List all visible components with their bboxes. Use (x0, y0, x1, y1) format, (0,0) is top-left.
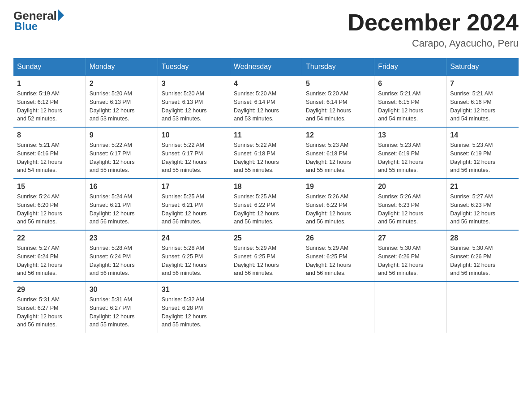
day-number: 26 (306, 234, 370, 242)
day-info: Sunrise: 5:22 AM Sunset: 6:17 PM Dayligh… (90, 141, 154, 175)
day-info: Sunrise: 5:27 AM Sunset: 6:24 PM Dayligh… (17, 244, 82, 278)
day-number: 1 (17, 80, 82, 88)
calendar-cell: 10 Sunrise: 5:22 AM Sunset: 6:17 PM Dayl… (158, 127, 230, 179)
calendar-cell: 27 Sunrise: 5:30 AM Sunset: 6:26 PM Dayl… (374, 230, 446, 282)
calendar-cell: 21 Sunrise: 5:27 AM Sunset: 6:23 PM Dayl… (446, 179, 519, 230)
calendar-cell (302, 282, 374, 333)
calendar-cell: 25 Sunrise: 5:29 AM Sunset: 6:25 PM Dayl… (230, 230, 302, 282)
day-info: Sunrise: 5:22 AM Sunset: 6:18 PM Dayligh… (234, 141, 298, 175)
calendar-cell: 26 Sunrise: 5:29 AM Sunset: 6:25 PM Dayl… (302, 230, 374, 282)
calendar-cell: 29 Sunrise: 5:31 AM Sunset: 6:27 PM Dayl… (13, 282, 86, 333)
day-number: 16 (90, 183, 154, 191)
day-number: 18 (234, 183, 298, 191)
calendar-cell: 18 Sunrise: 5:25 AM Sunset: 6:22 PM Dayl… (230, 179, 302, 230)
week-row-2: 8 Sunrise: 5:21 AM Sunset: 6:16 PM Dayli… (13, 127, 519, 179)
day-info: Sunrise: 5:30 AM Sunset: 6:26 PM Dayligh… (450, 244, 515, 278)
day-info: Sunrise: 5:27 AM Sunset: 6:23 PM Dayligh… (450, 193, 515, 226)
calendar-cell: 22 Sunrise: 5:27 AM Sunset: 6:24 PM Dayl… (13, 230, 86, 282)
calendar-cell (230, 282, 302, 333)
calendar-cell: 5 Sunrise: 5:20 AM Sunset: 6:14 PM Dayli… (302, 76, 374, 127)
calendar-body: 1 Sunrise: 5:19 AM Sunset: 6:12 PM Dayli… (13, 76, 519, 333)
day-number: 9 (90, 131, 154, 139)
day-info: Sunrise: 5:21 AM Sunset: 6:16 PM Dayligh… (450, 90, 515, 123)
logo-blue: Blue (14, 20, 38, 33)
day-number: 21 (450, 183, 515, 191)
day-info: Sunrise: 5:24 AM Sunset: 6:21 PM Dayligh… (90, 193, 154, 226)
day-info: Sunrise: 5:24 AM Sunset: 6:20 PM Dayligh… (17, 193, 82, 226)
title-section: December 2024 Carapo, Ayacucho, Peru (348, 9, 519, 49)
day-number: 8 (17, 131, 82, 139)
calendar-cell: 14 Sunrise: 5:23 AM Sunset: 6:19 PM Dayl… (446, 127, 519, 179)
day-info: Sunrise: 5:29 AM Sunset: 6:25 PM Dayligh… (234, 244, 298, 278)
day-number: 27 (378, 234, 442, 242)
day-number: 29 (17, 286, 82, 294)
calendar-cell (446, 282, 519, 333)
calendar-cell: 13 Sunrise: 5:23 AM Sunset: 6:19 PM Dayl… (374, 127, 446, 179)
calendar-cell: 8 Sunrise: 5:21 AM Sunset: 6:16 PM Dayli… (13, 127, 86, 179)
week-row-4: 22 Sunrise: 5:27 AM Sunset: 6:24 PM Dayl… (13, 230, 519, 282)
day-number: 4 (234, 80, 298, 88)
day-number: 22 (17, 234, 82, 242)
day-info: Sunrise: 5:21 AM Sunset: 6:16 PM Dayligh… (17, 141, 82, 175)
calendar-cell: 12 Sunrise: 5:23 AM Sunset: 6:18 PM Dayl… (302, 127, 374, 179)
day-number: 30 (90, 286, 154, 294)
day-number: 14 (450, 131, 515, 139)
day-number: 20 (378, 183, 442, 191)
col-thursday: Thursday (302, 58, 374, 76)
day-number: 10 (162, 131, 226, 139)
day-number: 12 (306, 131, 370, 139)
day-number: 19 (306, 183, 370, 191)
day-number: 17 (162, 183, 226, 191)
calendar-cell: 15 Sunrise: 5:24 AM Sunset: 6:20 PM Dayl… (13, 179, 86, 230)
col-saturday: Saturday (446, 58, 519, 76)
day-number: 7 (450, 80, 515, 88)
day-number: 11 (234, 131, 298, 139)
calendar-cell: 16 Sunrise: 5:24 AM Sunset: 6:21 PM Dayl… (86, 179, 158, 230)
calendar-cell: 3 Sunrise: 5:20 AM Sunset: 6:13 PM Dayli… (158, 76, 230, 127)
day-info: Sunrise: 5:29 AM Sunset: 6:25 PM Dayligh… (306, 244, 370, 278)
day-number: 23 (90, 234, 154, 242)
calendar-cell: 7 Sunrise: 5:21 AM Sunset: 6:16 PM Dayli… (446, 76, 519, 127)
day-info: Sunrise: 5:31 AM Sunset: 6:27 PM Dayligh… (90, 295, 154, 329)
day-info: Sunrise: 5:25 AM Sunset: 6:22 PM Dayligh… (234, 193, 298, 226)
calendar-cell: 9 Sunrise: 5:22 AM Sunset: 6:17 PM Dayli… (86, 127, 158, 179)
day-info: Sunrise: 5:22 AM Sunset: 6:17 PM Dayligh… (162, 141, 226, 175)
calendar-cell: 4 Sunrise: 5:20 AM Sunset: 6:14 PM Dayli… (230, 76, 302, 127)
calendar-header: Sunday Monday Tuesday Wednesday Thursday… (13, 58, 519, 76)
day-number: 5 (306, 80, 370, 88)
calendar-cell: 20 Sunrise: 5:26 AM Sunset: 6:23 PM Dayl… (374, 179, 446, 230)
calendar-cell: 28 Sunrise: 5:30 AM Sunset: 6:26 PM Dayl… (446, 230, 519, 282)
col-wednesday: Wednesday (230, 58, 302, 76)
calendar-cell: 6 Sunrise: 5:21 AM Sunset: 6:15 PM Dayli… (374, 76, 446, 127)
calendar-cell: 17 Sunrise: 5:25 AM Sunset: 6:21 PM Dayl… (158, 179, 230, 230)
day-number: 6 (378, 80, 442, 88)
calendar-cell: 11 Sunrise: 5:22 AM Sunset: 6:18 PM Dayl… (230, 127, 302, 179)
day-number: 3 (162, 80, 226, 88)
col-monday: Monday (86, 58, 158, 76)
calendar-cell: 31 Sunrise: 5:32 AM Sunset: 6:28 PM Dayl… (158, 282, 230, 333)
location-subtitle: Carapo, Ayacucho, Peru (348, 38, 519, 49)
day-number: 24 (162, 234, 226, 242)
col-sunday: Sunday (13, 58, 86, 76)
day-info: Sunrise: 5:30 AM Sunset: 6:26 PM Dayligh… (378, 244, 442, 278)
logo-triangle-icon (58, 9, 64, 21)
col-tuesday: Tuesday (158, 58, 230, 76)
header-row: Sunday Monday Tuesday Wednesday Thursday… (13, 58, 519, 76)
day-number: 15 (17, 183, 82, 191)
calendar-cell: 23 Sunrise: 5:28 AM Sunset: 6:24 PM Dayl… (86, 230, 158, 282)
calendar-cell: 30 Sunrise: 5:31 AM Sunset: 6:27 PM Dayl… (86, 282, 158, 333)
week-row-5: 29 Sunrise: 5:31 AM Sunset: 6:27 PM Dayl… (13, 282, 519, 333)
day-info: Sunrise: 5:23 AM Sunset: 6:19 PM Dayligh… (450, 141, 515, 175)
calendar-table: Sunday Monday Tuesday Wednesday Thursday… (13, 58, 519, 333)
day-info: Sunrise: 5:26 AM Sunset: 6:22 PM Dayligh… (306, 193, 370, 226)
day-info: Sunrise: 5:28 AM Sunset: 6:25 PM Dayligh… (162, 244, 226, 278)
calendar-cell: 19 Sunrise: 5:26 AM Sunset: 6:22 PM Dayl… (302, 179, 374, 230)
day-number: 2 (90, 80, 154, 88)
day-info: Sunrise: 5:20 AM Sunset: 6:13 PM Dayligh… (162, 90, 226, 123)
week-row-1: 1 Sunrise: 5:19 AM Sunset: 6:12 PM Dayli… (13, 76, 519, 127)
day-info: Sunrise: 5:28 AM Sunset: 6:24 PM Dayligh… (90, 244, 154, 278)
day-info: Sunrise: 5:20 AM Sunset: 6:14 PM Dayligh… (306, 90, 370, 123)
calendar-cell: 1 Sunrise: 5:19 AM Sunset: 6:12 PM Dayli… (13, 76, 86, 127)
month-title: December 2024 (348, 9, 519, 36)
day-info: Sunrise: 5:26 AM Sunset: 6:23 PM Dayligh… (378, 193, 442, 226)
